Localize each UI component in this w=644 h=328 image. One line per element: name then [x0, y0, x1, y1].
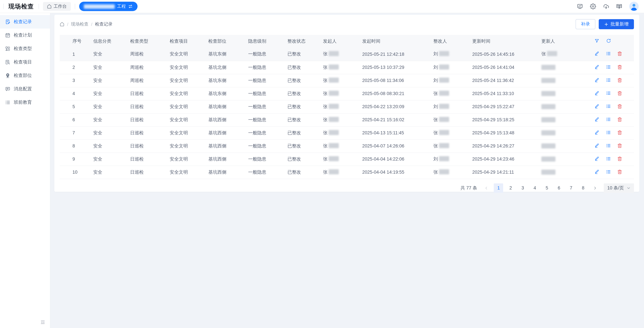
edit-icon[interactable] — [594, 130, 600, 135]
delete-icon[interactable] — [617, 77, 622, 82]
cell-level: 一般隐患 — [247, 139, 286, 152]
cell-type: 周巡检 — [129, 48, 168, 61]
redacted-name — [541, 91, 556, 96]
filter-icon[interactable] — [594, 38, 600, 43]
delete-icon[interactable] — [617, 130, 622, 135]
page-8-button[interactable]: 8 — [578, 183, 588, 193]
cell-item: 安全文明 — [168, 139, 207, 152]
sidebar-item-6[interactable]: 消息配置 — [0, 82, 50, 96]
detail-list-icon[interactable] — [606, 156, 611, 161]
cell-updater — [540, 113, 586, 126]
edit-icon[interactable] — [594, 156, 600, 161]
table-row[interactable]: 7 安全 日巡检 安全文明 基坑西侧 一般隐患 已整改 张 2025-04-13… — [60, 126, 634, 139]
sidebar-item-1[interactable]: 检查记录 — [0, 15, 50, 29]
sidebar-item-5[interactable]: 检查部位 — [0, 69, 50, 82]
edit-icon[interactable] — [594, 91, 600, 96]
sidebar-item-4[interactable]: 检查项目 — [0, 55, 50, 69]
next-page-button[interactable] — [590, 183, 600, 193]
edit-icon[interactable] — [594, 117, 600, 122]
detail-list-icon[interactable] — [606, 143, 611, 148]
delete-icon[interactable] — [617, 143, 622, 148]
delete-icon[interactable] — [617, 156, 622, 161]
cell-initiator: 张 — [322, 152, 361, 166]
sidebar-item-3[interactable]: 检查类型 — [0, 42, 50, 55]
detail-list-icon[interactable] — [606, 77, 611, 82]
page-6-button[interactable]: 6 — [554, 183, 564, 193]
table-row[interactable]: 2 安全 周巡检 安全文明 基坑北侧 一般隐患 已整改 张 2025-05-13… — [60, 61, 634, 74]
detail-list-icon[interactable] — [606, 91, 611, 96]
page-2-button[interactable]: 2 — [506, 183, 515, 193]
supplement-button[interactable]: 补录 — [576, 19, 595, 29]
table-row[interactable]: 10 安全 日巡检 安全文明 基坑西侧 一般隐患 已整改 张 2025-04-0… — [60, 166, 634, 179]
project-switcher-button[interactable]: 工程 — [79, 2, 138, 11]
edit-icon[interactable] — [594, 51, 600, 56]
sidebar-item-7[interactable]: 班前教育 — [0, 96, 50, 109]
page-5-button[interactable]: 5 — [542, 183, 552, 193]
collapse-sidebar-icon[interactable] — [40, 320, 45, 325]
cell-status: 已整改 — [286, 87, 322, 100]
redacted-name — [328, 156, 338, 161]
page-7-button[interactable]: 7 — [566, 183, 576, 193]
delete-icon[interactable] — [617, 117, 622, 122]
edit-icon[interactable] — [594, 104, 600, 109]
detail-list-icon[interactable] — [606, 117, 611, 122]
detail-list-icon[interactable] — [606, 130, 611, 135]
breadcrumb-home-icon[interactable] — [60, 22, 64, 27]
toolbar: 补录 批量新增 — [576, 19, 634, 29]
table-row[interactable]: 5 安全 日巡检 安全文明 基坑南侧 一般隐患 已整改 张 2025-04-22… — [60, 100, 634, 113]
page-3-button[interactable]: 3 — [518, 183, 528, 193]
cell-rectifier: 张 — [432, 113, 471, 126]
table-row[interactable]: 8 安全 日巡检 安全文明 基坑西侧 一般隐患 已整改 张 2025-04-07… — [60, 139, 634, 152]
monitor-chart-icon[interactable] — [577, 3, 583, 10]
cloud-download-icon[interactable] — [603, 3, 609, 10]
cell-rectifier: 刘 — [432, 61, 471, 74]
book-icon[interactable] — [616, 3, 622, 10]
edit-icon[interactable] — [594, 77, 600, 82]
cell-status: 已整改 — [286, 113, 322, 126]
cell-updater — [540, 139, 586, 152]
table-row[interactable]: 6 安全 日巡检 安全文明 基坑西侧 一般隐患 已整改 张 2025-04-21… — [60, 113, 634, 126]
cell-part: 基坑南侧 — [207, 100, 247, 113]
delete-icon[interactable] — [617, 104, 622, 109]
divider — [38, 4, 39, 9]
edit-icon[interactable] — [594, 143, 600, 148]
breadcrumb-item[interactable]: 现场检查 — [71, 21, 88, 27]
redacted-name — [541, 143, 556, 148]
gear-icon[interactable] — [590, 3, 596, 10]
detail-list-icon[interactable] — [606, 64, 611, 69]
app-root: 现场检查 工作台 工程 检查记录 检查计划 — [0, 0, 644, 328]
cell-index: 10 — [60, 166, 92, 179]
avatar[interactable] — [629, 2, 639, 11]
cell-type: 日巡检 — [129, 113, 168, 126]
breadcrumb-separator: / — [67, 22, 68, 27]
page-1-button[interactable]: 1 — [494, 183, 503, 193]
delete-icon[interactable] — [617, 169, 622, 174]
page-4-button[interactable]: 4 — [530, 183, 540, 193]
cell-type: 日巡检 — [129, 166, 168, 179]
cell-level: 一般隐患 — [247, 113, 286, 126]
cell-index: 5 — [60, 100, 92, 113]
cell-category: 安全 — [92, 100, 129, 113]
cell-status: 已整改 — [286, 166, 322, 179]
refresh-icon[interactable] — [606, 38, 611, 43]
delete-icon[interactable] — [617, 91, 622, 96]
edit-icon[interactable] — [594, 169, 600, 174]
table-row[interactable]: 4 安全 日巡检 安全文明 基坑东侧 一般隐患 已整改 张 2025-05-08… — [60, 87, 634, 100]
table-row[interactable]: 3 安全 周巡检 安全文明 基坑东侧 一般隐患 已整改 张 2025-05-08… — [60, 74, 634, 87]
page-size-select[interactable]: 10 条/页 — [604, 183, 634, 193]
batch-add-button[interactable]: 批量新增 — [599, 19, 634, 29]
prev-page-button[interactable] — [482, 183, 491, 193]
cell-rectifier: 刘 — [432, 48, 471, 61]
table-row[interactable]: 9 安全 日巡检 安全文明 基坑西侧 一般隐患 已整改 张 2025-04-04… — [60, 152, 634, 166]
table-row[interactable]: 1 安全 周巡检 安全文明 基坑东侧 一般隐患 已整改 张 2025-05-21… — [60, 48, 634, 61]
delete-icon[interactable] — [617, 64, 622, 69]
detail-list-icon[interactable] — [606, 104, 611, 109]
workbench-button[interactable]: 工作台 — [43, 2, 71, 11]
delete-icon[interactable] — [617, 51, 622, 56]
cell-rectifier: 张 — [432, 126, 471, 139]
sidebar-item-2[interactable]: 检查计划 — [0, 29, 50, 42]
detail-list-icon[interactable] — [606, 51, 611, 56]
redacted-name — [541, 156, 556, 161]
edit-icon[interactable] — [594, 64, 600, 69]
detail-list-icon[interactable] — [606, 169, 611, 174]
